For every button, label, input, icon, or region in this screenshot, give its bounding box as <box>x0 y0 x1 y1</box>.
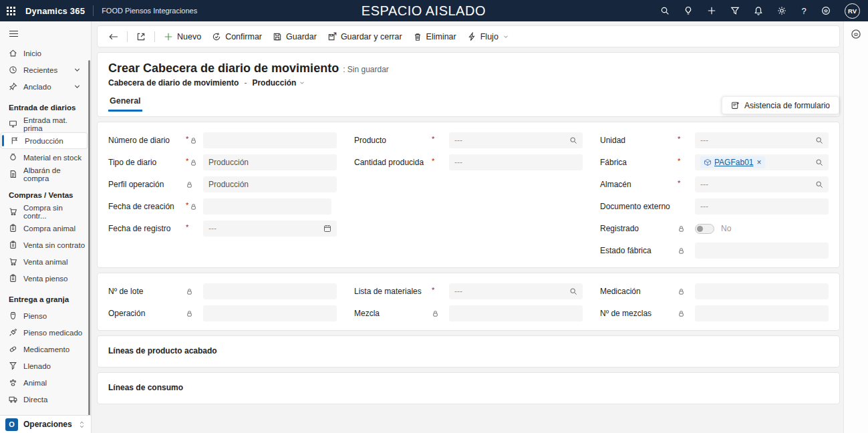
numero-de-diario-input[interactable] <box>203 132 337 148</box>
copilot-rail-icon[interactable] <box>851 29 861 39</box>
search-icon[interactable] <box>815 180 823 188</box>
sidebar-item-compra-animal[interactable]: Compra animal <box>0 220 88 237</box>
search-icon[interactable] <box>815 158 823 166</box>
toolbar-separator <box>127 31 128 42</box>
required-marker: * <box>432 157 434 165</box>
required-marker: * <box>678 179 680 187</box>
sidebar-item-compra-sin-contrato[interactable]: Compra sin contr... <box>0 203 88 220</box>
flow-menu-button[interactable]: Flujo <box>462 28 515 45</box>
sidebar-item-venta-animal[interactable]: Venta animal <box>0 253 88 270</box>
calendar-icon[interactable] <box>323 225 331 233</box>
cantidad-producida-input[interactable]: --- <box>449 154 583 170</box>
user-avatar[interactable]: RV <box>845 3 860 19</box>
perfil-operacion-input[interactable]: Producción <box>203 176 337 192</box>
required-marker: * <box>186 157 188 165</box>
producto-lookup[interactable]: --- <box>449 132 583 148</box>
field-label: Documento externo <box>600 202 678 211</box>
notifications-bell-icon[interactable] <box>754 6 763 15</box>
search-icon[interactable] <box>569 287 577 295</box>
sidebar-item-anclado[interactable]: Anclado <box>0 78 88 95</box>
open-in-new-window-button[interactable] <box>131 28 151 45</box>
section-title: Líneas de producto acabado <box>108 346 217 355</box>
section-lineas-consumo[interactable]: Líneas de consumo <box>97 372 840 404</box>
form-assistance-button[interactable]: Asistencia de formulario <box>722 96 839 114</box>
search-icon[interactable] <box>569 136 577 144</box>
tab-general[interactable]: General <box>108 96 142 112</box>
chevron-up-down-icon[interactable] <box>78 420 86 429</box>
search-icon[interactable] <box>660 6 670 15</box>
tipo-de-diario-input[interactable]: Producción <box>203 154 337 170</box>
registrado-value: No <box>721 224 731 233</box>
flag-icon <box>10 136 19 145</box>
chevron-down-icon[interactable] <box>73 65 82 74</box>
confirm-button-label: Confirmar <box>225 32 262 41</box>
copilot-icon[interactable] <box>821 6 831 15</box>
settings-gear-icon[interactable] <box>777 6 786 15</box>
field-label: Almacén <box>600 180 678 189</box>
back-button[interactable] <box>103 28 124 45</box>
hamburger-menu-icon[interactable] <box>9 29 19 38</box>
sidebar-item-venta-pienso[interactable]: Venta pienso <box>0 270 88 287</box>
chip-remove-icon[interactable]: × <box>756 158 761 167</box>
documento-externo-input[interactable]: --- <box>695 198 829 214</box>
sandbox-banner: ESPACIO AISLADO <box>361 3 486 19</box>
mezcla-input[interactable] <box>449 305 583 321</box>
operacion-input[interactable] <box>203 305 337 321</box>
breadcrumb-separator: - <box>244 78 247 88</box>
numero-de-mezclas-input[interactable] <box>695 305 829 321</box>
save-status: : Sin guardar <box>343 65 389 74</box>
field-placeholder: --- <box>454 287 462 296</box>
medicacion-input[interactable] <box>695 283 829 299</box>
fabrica-lookup[interactable]: PAGFab01 × <box>695 154 829 170</box>
fecha-de-registro-input[interactable]: --- <box>203 221 337 237</box>
help-icon[interactable]: ? <box>801 6 807 16</box>
save-and-close-button[interactable]: Guardar y cerrar <box>322 28 408 45</box>
lista-de-materiales-lookup[interactable]: --- <box>449 283 583 299</box>
filter-icon[interactable] <box>730 6 740 15</box>
almacen-lookup[interactable]: --- <box>695 176 829 192</box>
chevron-down-icon[interactable] <box>73 82 82 91</box>
sidebar-item-animal[interactable]: Animal <box>0 374 88 391</box>
right-side-rail <box>843 21 868 433</box>
sidebar-item-recientes[interactable]: Recientes <box>0 61 88 78</box>
record-header-card: Crear Cabecera de diario de movimiento :… <box>97 52 840 117</box>
fecha-de-creacion-input[interactable] <box>203 198 331 214</box>
new-button[interactable]: Nuevo <box>158 28 206 45</box>
sidebar-item-albaran-de-compra[interactable]: Albarán de compra <box>0 166 88 182</box>
quick-create-plus-icon[interactable] <box>707 6 716 15</box>
registrado-toggle[interactable] <box>695 224 714 234</box>
home-icon <box>9 49 17 57</box>
sidebar-item-label: Medicamento <box>23 345 69 353</box>
brand-title[interactable]: Dynamics 365 <box>25 6 85 16</box>
main-content: Nuevo Confirmar Guardar Guardar y cerrar… <box>92 21 843 433</box>
field-placeholder: --- <box>700 202 708 211</box>
sidebar-item-material-en-stock[interactable]: Material en stock <box>0 149 88 166</box>
numero-de-lote-input[interactable] <box>203 283 337 299</box>
sidebar-item-venta-sin-contrato[interactable]: Venta sin contrato <box>0 237 88 253</box>
ideas-lightbulb-icon[interactable] <box>684 6 693 15</box>
confirm-button[interactable]: Confirmar <box>206 28 267 45</box>
sidebar-item-pienso-medicado[interactable]: Pienso medicado <box>0 324 88 341</box>
environment-name[interactable]: FOOD Piensos Integraciones <box>102 7 197 15</box>
sidebar-item-medicamento[interactable]: Medicamento <box>0 341 88 357</box>
estado-fabrica-input[interactable] <box>695 243 829 259</box>
sidebar-item-produccion[interactable]: Producción <box>1 132 88 149</box>
monitor-icon <box>9 120 17 128</box>
sidebar-item-pienso[interactable]: Pienso <box>0 307 88 324</box>
view-selector[interactable]: Producción <box>252 78 305 88</box>
sidebar-item-directa[interactable]: Directa <box>0 391 88 408</box>
section-lineas-producto-acabado[interactable]: Líneas de producto acabado <box>97 335 840 368</box>
unidad-lookup[interactable]: --- <box>695 132 829 148</box>
field-registrado: Registrado No <box>600 221 829 237</box>
delete-button[interactable]: Eliminar <box>408 28 462 45</box>
field-operacion: Operación <box>108 305 337 321</box>
sidebar-scrollbar[interactable] <box>88 60 90 416</box>
save-button[interactable]: Guardar <box>267 28 322 45</box>
fabrica-chip-link[interactable]: PAGFab01 <box>714 158 753 167</box>
sidebar-item-inicio[interactable]: Inicio <box>0 45 88 61</box>
app-launcher-waffle-icon[interactable] <box>0 0 21 21</box>
area-switcher[interactable]: O Operaciones <box>0 415 92 433</box>
sidebar-item-entrada-mat-prima[interactable]: Entrada mat. prima <box>0 116 88 132</box>
search-icon[interactable] <box>815 136 823 144</box>
sidebar-item-llenado[interactable]: Llenado <box>0 357 88 374</box>
